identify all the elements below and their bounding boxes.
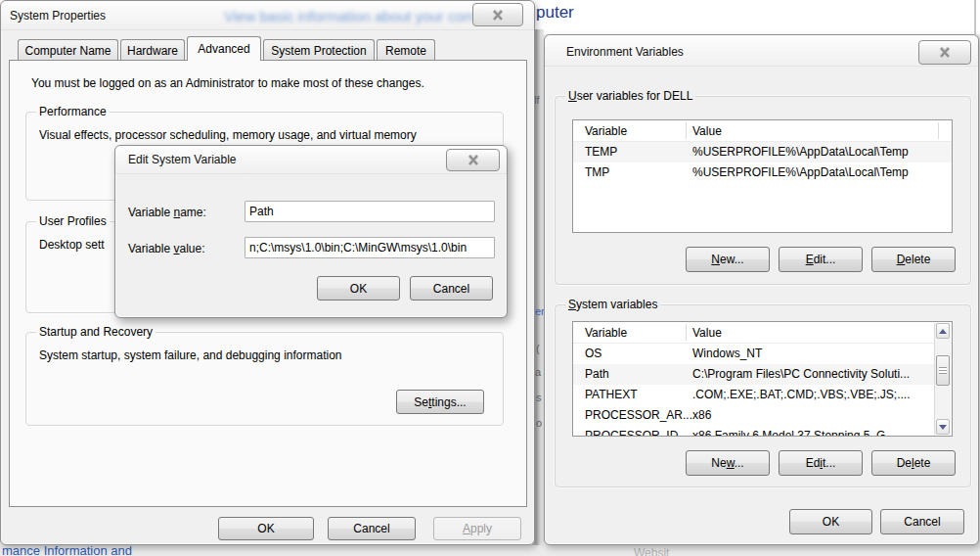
close-icon xyxy=(937,46,953,59)
system-delete-button[interactable]: Delete xyxy=(871,450,956,476)
system-variables-group-label: System variables xyxy=(565,298,660,311)
cancel-button[interactable]: Cancel xyxy=(410,276,493,301)
user-new-button[interactable]: New... xyxy=(686,247,770,272)
scrollbar-down-button[interactable] xyxy=(936,419,950,435)
dialog-title: System Properties xyxy=(10,9,106,23)
table-row[interactable]: Path C:\Program Files\PC Connectivity So… xyxy=(573,364,952,385)
ok-button[interactable]: OK xyxy=(789,509,872,534)
table-header[interactable]: Variable Value xyxy=(573,120,952,142)
ok-button[interactable]: OK xyxy=(317,276,400,301)
system-edit-button[interactable]: Edit... xyxy=(779,450,863,476)
background-text-fragment: o xyxy=(536,417,542,429)
table-row[interactable]: PROCESSOR_AR... x86 xyxy=(573,405,952,426)
arrow-down-icon xyxy=(939,425,947,430)
close-button[interactable] xyxy=(472,3,523,26)
column-divider[interactable] xyxy=(686,324,687,341)
tab-hardware[interactable]: Hardware xyxy=(120,39,185,61)
startup-recovery-description: System startup, system failure, and debu… xyxy=(39,348,342,362)
startup-recovery-group-label: Startup and Recovery xyxy=(36,325,156,339)
column-divider[interactable] xyxy=(686,122,687,139)
tab-label: System Protection xyxy=(271,44,366,58)
variable-cell: PROCESSOR_ID... xyxy=(585,426,688,437)
tab-computer-name[interactable]: Computer Name xyxy=(18,39,118,61)
environment-variables-titlebar[interactable]: Environment Variables xyxy=(545,35,978,67)
background-text-fragment: s xyxy=(536,392,542,403)
value-cell: x86 xyxy=(692,405,930,426)
close-button[interactable] xyxy=(918,40,971,65)
column-divider[interactable] xyxy=(938,122,939,139)
background-text-fragment: ( xyxy=(536,343,540,354)
value-cell: Windows_NT xyxy=(692,344,930,364)
variable-cell: TEMP xyxy=(585,142,617,162)
variable-value-input[interactable] xyxy=(245,237,495,258)
cancel-button[interactable]: Cancel xyxy=(328,517,416,540)
close-button[interactable] xyxy=(446,149,500,171)
system-new-button[interactable]: New... xyxy=(686,450,770,476)
table-row[interactable]: TEMP %USERPROFILE%\AppData\Local\Temp xyxy=(573,142,952,162)
cancel-button[interactable]: Cancel xyxy=(880,509,964,534)
admin-note: You must be logged on as an Administrato… xyxy=(31,76,424,90)
background-heading-fragment: puter xyxy=(536,3,574,23)
variable-cell: OS xyxy=(585,344,601,364)
user-variables-group-label: User variables for DELL xyxy=(565,89,695,103)
user-delete-button[interactable]: Delete xyxy=(871,247,956,272)
user-variables-table: Variable Value TEMP %USERPROFILE%\AppDat… xyxy=(572,119,953,233)
edit-system-variable-dialog: Edit System Variable Variable name: Vari… xyxy=(114,145,508,318)
dialog-title: Edit System Variable xyxy=(128,153,237,166)
dialog-title: Environment Variables xyxy=(566,45,684,59)
variable-name-input[interactable] xyxy=(245,201,495,222)
environment-variables-dialog: Environment Variables User variables for… xyxy=(544,34,979,545)
column-header-variable[interactable]: Variable xyxy=(585,322,627,344)
tab-advanced[interactable]: Advanced xyxy=(187,36,261,61)
variable-cell: PROCESSOR_AR... xyxy=(585,405,692,426)
tab-label: Advanced xyxy=(198,42,249,56)
button-label: Cancel xyxy=(904,515,940,529)
close-icon xyxy=(466,154,481,166)
table-row[interactable]: PROCESSOR_ID... x86 Family 6 Model 37 St… xyxy=(573,426,952,437)
ok-button[interactable]: OK xyxy=(218,517,314,540)
button-label: Cancel xyxy=(353,522,389,535)
button-label: pply xyxy=(470,522,492,535)
scrollbar-up-button[interactable] xyxy=(936,323,950,339)
background-website-label: Websit xyxy=(634,546,669,556)
startup-settings-button[interactable]: Settings... xyxy=(396,390,484,414)
variable-cell: TMP xyxy=(585,162,609,183)
value-cell: %USERPROFILE%\AppData\Local\Temp xyxy=(692,162,930,183)
system-variables-table: Variable Value OS Windows_NT Path C:\Pro… xyxy=(572,321,953,437)
variable-name-label: Variable name: xyxy=(128,206,206,219)
button-label: Se xyxy=(414,395,428,409)
user-profiles-description: Desktop sett xyxy=(39,238,105,252)
column-header-value[interactable]: Value xyxy=(692,322,722,344)
button-label: OK xyxy=(257,522,274,535)
table-row[interactable]: OS Windows_NT xyxy=(573,344,952,364)
system-properties-titlebar[interactable]: View basic information about your com Sy… xyxy=(1,1,534,30)
variable-value-label: Variable value: xyxy=(128,242,205,255)
apply-button: Apply xyxy=(433,517,521,540)
value-cell: %USERPROFILE%\AppData\Local\Temp xyxy=(692,142,930,162)
tab-label: Remote xyxy=(385,44,426,58)
user-edit-button[interactable]: Edit... xyxy=(779,247,863,272)
table-header[interactable]: Variable Value xyxy=(573,322,952,344)
tab-remote[interactable]: Remote xyxy=(377,39,435,61)
button-label: OK xyxy=(823,515,839,529)
user-profiles-group-label: User Profiles xyxy=(36,214,110,228)
scrollbar-thumb[interactable] xyxy=(936,355,950,386)
tab-label: Computer Name xyxy=(24,44,111,58)
background-text-fragment: a xyxy=(535,366,541,378)
desktop: { "background": { "blurred_heading": "Vi… xyxy=(0,0,980,556)
glass-blurred-background-text: View basic information about your com xyxy=(224,8,475,24)
vertical-scrollbar[interactable] xyxy=(934,323,951,435)
table-row[interactable]: PATHEXT .COM;.EXE;.BAT;.CMD;.VBS;.VBE;.J… xyxy=(573,385,952,405)
background-bottom-strip xyxy=(0,545,980,556)
button-label: tings... xyxy=(431,395,466,409)
column-header-variable[interactable]: Variable xyxy=(585,120,627,142)
thumb-grip-icon xyxy=(939,367,947,374)
variable-cell: Path xyxy=(585,364,609,385)
arrow-up-icon xyxy=(939,329,947,334)
startup-recovery-group: Startup and Recovery System startup, sys… xyxy=(25,332,504,426)
column-header-value[interactable]: Value xyxy=(692,120,722,142)
table-row[interactable]: TMP %USERPROFILE%\AppData\Local\Temp xyxy=(573,162,952,183)
value-cell: .COM;.EXE;.BAT;.CMD;.VBS;.VBE;.JS;.... xyxy=(692,385,930,405)
tab-system-protection[interactable]: System Protection xyxy=(263,39,375,61)
variable-cell: PATHEXT xyxy=(585,385,638,405)
